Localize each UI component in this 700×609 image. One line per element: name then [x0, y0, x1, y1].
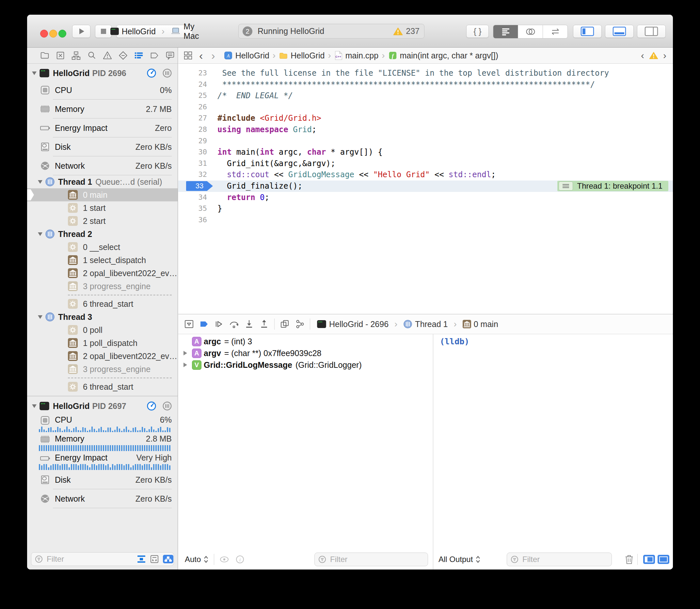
- code-line-33[interactable]: 33 Grid_finalize();Thread 1: breakpoint …: [178, 180, 673, 192]
- code-line-27[interactable]: 27#include <Grid/Grid.h>: [178, 112, 673, 124]
- breakpoint-navigator-tab[interactable]: [149, 50, 160, 61]
- code-line-28[interactable]: 28using namespace Grid;: [178, 124, 673, 136]
- code-line-35[interactable]: 35}: [178, 203, 673, 214]
- line-number[interactable]: 30: [178, 146, 207, 158]
- debug-view-hierarchy-button[interactable]: [277, 319, 292, 329]
- line-number[interactable]: 24: [178, 79, 207, 90]
- continue-button[interactable]: [211, 319, 226, 329]
- gauge-row-energy[interactable]: Energy ImpactZero: [27, 119, 177, 137]
- disclosure-triangle-icon[interactable]: [38, 315, 42, 319]
- disclosure-triangle-icon[interactable]: [38, 232, 42, 236]
- stack-frame-row[interactable]: 1 select_dispatch: [27, 254, 177, 267]
- debug-breadcrumb-process[interactable]: HelloGrid - 2696: [329, 319, 389, 329]
- clear-console-button[interactable]: [624, 554, 634, 565]
- stack-frame-row[interactable]: 2 opal_libevent2022_ev…: [27, 267, 177, 280]
- thread-row[interactable]: Thread 3: [27, 310, 177, 324]
- issues-summary[interactable]: 237: [393, 27, 424, 36]
- step-out-button[interactable]: [257, 319, 272, 329]
- line-number[interactable]: 35: [178, 203, 207, 214]
- variables-scope-popup[interactable]: Auto: [185, 555, 209, 564]
- stack-frame-row[interactable]: 1 poll_dispatch: [27, 336, 177, 350]
- code-line-30[interactable]: 30int main(int argc, char * argv[]) {: [178, 146, 673, 158]
- issue-navigator-tab[interactable]: [102, 50, 113, 61]
- line-number[interactable]: 36: [178, 214, 207, 226]
- line-number[interactable]: 34: [178, 192, 207, 203]
- line-number[interactable]: 29: [178, 136, 207, 147]
- toggle-variables-view-button[interactable]: [643, 555, 655, 564]
- code-line-34[interactable]: 34 return 0;: [178, 192, 673, 203]
- gauge-row-disk[interactable]: DiskZero KB/s: [27, 137, 177, 156]
- stack-frame-row[interactable]: 1 start: [27, 202, 177, 214]
- gauge-row-network[interactable]: NetworkZero KB/s: [27, 489, 177, 508]
- stop-button[interactable]: [95, 25, 112, 38]
- code-line-36[interactable]: 36: [178, 214, 673, 226]
- stack-frame-row[interactable]: 0 poll: [27, 324, 177, 336]
- next-issue-button[interactable]: ›: [663, 50, 666, 61]
- process-row[interactable]: HelloGridPID 2697: [27, 399, 177, 414]
- breadcrumb-group[interactable]: HelloGrid: [279, 51, 325, 60]
- code-line-31[interactable]: 31 Grid_init(&argc,&argv);: [178, 158, 673, 169]
- related-items-icon[interactable]: [184, 51, 193, 60]
- activity-viewer[interactable]: 2 Running HelloGrid 237: [238, 24, 424, 38]
- line-number[interactable]: 31: [178, 158, 207, 169]
- code-line-24[interactable]: 24 *************************************…: [178, 79, 673, 90]
- gauge-row-energy[interactable]: Energy ImpactVery High: [27, 451, 177, 470]
- line-number[interactable]: 23: [178, 68, 207, 79]
- stack-frame-row[interactable]: 0 __select: [27, 241, 177, 254]
- thread-row[interactable]: Thread 2: [27, 227, 177, 241]
- symbol-navigator-tab[interactable]: [71, 50, 81, 61]
- code-line-23[interactable]: 23 See the full license in the file "LIC…: [178, 68, 673, 79]
- disclosure-triangle-icon[interactable]: [184, 351, 187, 355]
- gauge-row-network[interactable]: NetworkZero KB/s: [27, 156, 177, 175]
- report-navigator-tab[interactable]: [165, 50, 175, 61]
- thread-row[interactable]: Thread 1Queue:…d (serial): [27, 175, 177, 188]
- source-editor[interactable]: 23 See the full license in the file "LIC…: [178, 64, 673, 317]
- line-number[interactable]: 28: [178, 124, 207, 136]
- standard-editor-button[interactable]: [493, 25, 518, 38]
- run-button[interactable]: [72, 25, 90, 38]
- console-view[interactable]: (lldb) All Output: [433, 334, 673, 570]
- stack-frame-row[interactable]: 6 thread_start: [27, 297, 177, 310]
- code-line-29[interactable]: 29: [178, 136, 673, 147]
- breadcrumb-file[interactable]: C++ main.cpp: [334, 51, 378, 60]
- stack-frame-row[interactable]: 2 opal_libevent2022_ev…: [27, 350, 177, 363]
- toggle-inspectors-button[interactable]: [637, 25, 666, 38]
- zoom-button[interactable]: [58, 30, 66, 37]
- console-output-popup[interactable]: All Output: [439, 555, 481, 564]
- toggle-debug-area-button[interactable]: [605, 25, 634, 38]
- find-navigator-tab[interactable]: [86, 50, 97, 61]
- breadcrumb-symbol[interactable]: f main(int argc, char * argv[]): [388, 51, 498, 60]
- disclosure-triangle-icon[interactable]: [184, 363, 187, 367]
- stack-frame-row[interactable]: 3 progress_engine: [27, 280, 177, 293]
- variables-filter-field[interactable]: [314, 553, 428, 566]
- breakpoint-annotation[interactable]: Thread 1: breakpoint 1.1: [557, 181, 668, 191]
- process-row[interactable]: HelloGridPID 2696: [27, 66, 177, 81]
- variable-row[interactable]: Aargv= (char **) 0x7ffee9039c28: [178, 347, 433, 359]
- variable-row[interactable]: Aargc= (int) 3: [178, 335, 433, 347]
- annotation-menu-icon[interactable]: [559, 181, 573, 191]
- disclosure-triangle-icon[interactable]: [38, 180, 42, 184]
- line-number[interactable]: 26: [178, 102, 207, 113]
- stack-frame-row[interactable]: 0 main: [27, 188, 177, 202]
- previous-issue-button[interactable]: ‹: [641, 50, 644, 61]
- thread-view-icon[interactable]: [162, 68, 172, 78]
- scheme-selector[interactable]: HelloGrid › My Mac: [116, 25, 193, 38]
- breadcrumb-project[interactable]: A HelloGrid: [224, 51, 269, 60]
- code-line-32[interactable]: 32 std::cout << GridLogMessage << "Hello…: [178, 169, 673, 180]
- project-navigator-tab[interactable]: [39, 50, 50, 61]
- debug-breadcrumb-thread[interactable]: Thread 1: [415, 319, 448, 329]
- quick-look-button[interactable]: [219, 555, 230, 564]
- gauge-row-memory[interactable]: Memory2.7 MB: [27, 100, 177, 119]
- toggle-console-view-button[interactable]: [657, 555, 670, 564]
- thread-view-icon[interactable]: [162, 401, 172, 411]
- stack-frame-row[interactable]: 6 thread_start: [27, 380, 177, 393]
- flatten-stack-toggle[interactable]: [136, 554, 146, 564]
- disclosure-triangle-icon[interactable]: [32, 71, 37, 75]
- gauge-row-cpu[interactable]: CPU6%: [27, 414, 177, 432]
- forward-button[interactable]: ›: [211, 49, 215, 62]
- source-control-navigator-tab[interactable]: [55, 50, 66, 61]
- gauge-row-memory[interactable]: Memory2.8 MB: [27, 432, 177, 451]
- console-filter-field[interactable]: [507, 553, 612, 566]
- minimize-button[interactable]: [49, 30, 57, 37]
- disclosure-triangle-icon[interactable]: [32, 404, 37, 408]
